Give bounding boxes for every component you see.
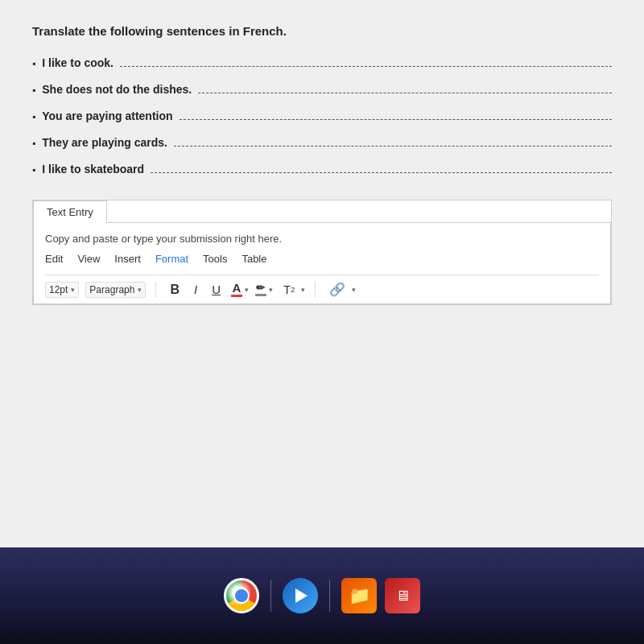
list-item: ▪ You are paying attention [32,107,612,122]
highlight-color-group: ✏ ▾ [255,283,273,296]
menu-table[interactable]: Table [242,253,266,265]
font-color-letter: A [233,282,242,294]
bullet-icon: ▪ [32,58,35,69]
highlight-color-indicator [255,294,266,296]
sentence-text: I like to skateboard [42,163,144,175]
bullet-icon: ▪ [32,138,35,149]
play-triangle-icon [295,588,308,603]
link-button[interactable]: 🔗 [325,280,349,299]
files-icon[interactable]: 📁 [341,578,377,613]
highlight-color-button[interactable]: ✏ [255,283,266,296]
font-color-button[interactable]: A [231,282,242,297]
screen-shape-icon: 🖥 [395,588,410,605]
menu-view[interactable]: View [77,253,100,265]
list-item: ▪ She does not do the dishes. [32,80,612,96]
main-content: Translate the following sentences in Fre… [0,0,644,547]
bullet-icon: ▪ [32,111,35,122]
answer-line [180,107,612,120]
italic-button[interactable]: I [190,281,201,298]
font-color-group: A ▾ [231,282,249,297]
font-size-dropdown[interactable]: 12pt ▾ [45,282,79,298]
font-size-value: 12pt [49,284,68,295]
chevron-down-icon: ▾ [138,286,142,294]
superscript-group: T2 ▾ [279,281,305,298]
answer-line [151,160,612,173]
answer-line [120,54,612,67]
menu-format[interactable]: Format [155,253,188,265]
text-entry-section: Text Entry Copy and paste or type your s… [32,200,612,305]
editor-placeholder: Copy and paste or type your submission r… [45,233,599,245]
sentence-list: ▪ I like to cook. ▪ She does not do the … [32,54,612,175]
sentence-text: You are paying attention [42,109,172,122]
chevron-down-icon: ▾ [71,286,75,294]
instruction-title: Translate the following sentences in Fre… [32,24,612,38]
taskbar-separator [329,580,330,612]
answer-line [174,134,612,147]
sentence-text: They are playing cards. [42,136,167,149]
highlight-icon: ✏ [256,283,265,293]
bold-button[interactable]: B [166,281,184,299]
list-item: ▪ They are playing cards. [32,134,612,149]
screen-icon[interactable]: 🖥 [385,578,420,613]
list-item: ▪ I like to cook. [32,54,612,69]
sentence-text: She does not do the dishes. [42,83,192,96]
chevron-down-icon[interactable]: ▾ [245,286,249,294]
taskbar-separator [270,580,271,612]
paragraph-style-dropdown[interactable]: Paragraph ▾ [85,282,146,298]
text-entry-tab[interactable]: Text Entry [33,200,107,223]
chrome-icon[interactable] [224,578,259,613]
menu-insert[interactable]: Insert [114,253,141,265]
list-item: ▪ I like to skateboard [32,160,612,175]
toolbar-divider [315,282,316,298]
bullet-icon: ▪ [32,164,35,175]
editor-toolbar: 12pt ▾ Paragraph ▾ B I U A [45,275,599,303]
font-color-indicator [231,295,242,297]
chevron-down-icon[interactable]: ▾ [301,286,305,294]
sentence-text: I like to cook. [42,56,114,69]
bullet-icon: ▪ [32,85,35,96]
superscript-button[interactable]: T2 [279,281,299,298]
chevron-down-icon[interactable]: ▾ [352,286,356,294]
menu-edit[interactable]: Edit [45,253,63,265]
folder-shape-icon: 📁 [349,585,370,606]
underline-button[interactable]: U [208,281,225,298]
taskbar: 📁 🖥 [0,547,644,644]
toolbar-divider [155,282,156,298]
editor-menubar: Edit View Insert Format Tools Table [45,253,599,268]
chevron-down-icon[interactable]: ▾ [269,286,273,294]
link-group: 🔗 ▾ [325,280,356,299]
media-player-icon[interactable] [283,578,318,613]
text-entry-body[interactable]: Copy and paste or type your submission r… [33,222,611,304]
paragraph-style-value: Paragraph [89,284,134,295]
menu-tools[interactable]: Tools [203,253,227,265]
answer-line [198,80,612,93]
